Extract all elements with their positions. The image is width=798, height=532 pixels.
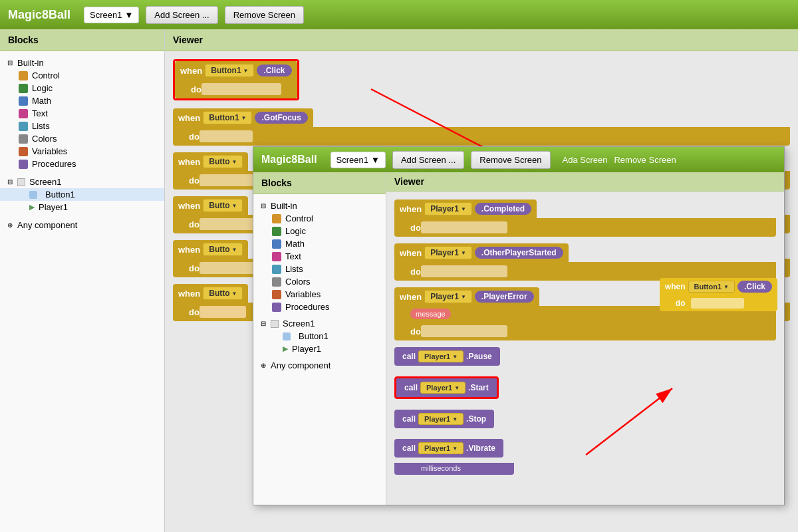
second-block-otherplayer[interactable]: when Player1▼ .OtherPlayerStarted do	[394, 243, 776, 281]
button1-dropdown-4[interactable]: Butto▼	[203, 199, 243, 212]
second-sidebar-variables[interactable]: Variables	[253, 288, 386, 301]
second-sidebar-procedures[interactable]: Procedures	[253, 301, 386, 313]
button1-dropdown-1[interactable]: Button1▼	[205, 64, 254, 77]
second-sidebar-colors[interactable]: Colors	[253, 275, 386, 288]
second-viewer-content: when Player1▼ .Completed do when Player1…	[386, 192, 784, 488]
block-when-6: when Butto▼	[173, 284, 248, 303]
do-inner-1	[201, 83, 281, 95]
button1-dropdown-6[interactable]: Butto▼	[203, 287, 243, 300]
second-variables-icon	[272, 290, 281, 299]
call-vibrate: call Player1▼ .Vibrate	[394, 439, 503, 458]
ada-screen-label: Ada Screen	[563, 155, 608, 165]
do-inner-completed	[421, 221, 507, 233]
player1-dropdown-pause[interactable]: Player1▼	[418, 350, 464, 362]
second-any-component-section[interactable]: ⊕ Any component	[253, 359, 386, 372]
procedures-icon	[19, 160, 28, 169]
sidebar-item-player1[interactable]: ▶ Player1	[0, 201, 164, 213]
sidebar-item-logic[interactable]: Logic	[0, 82, 164, 94]
second-remove-screen-button[interactable]: Remove Screen	[471, 151, 550, 169]
player1-dropdown-vibrate[interactable]: Player1▼	[418, 442, 464, 454]
vibrate-param: milliseconds	[394, 463, 514, 475]
variables-icon	[19, 147, 28, 156]
message-badge: message	[410, 309, 451, 319]
second-sidebar-logic[interactable]: Logic	[253, 225, 386, 237]
button1-dropdown-2[interactable]: Button1▼	[203, 111, 252, 124]
screen1-section[interactable]: ⊟ Screen1	[0, 176, 164, 188]
sidebar-item-text[interactable]: Text	[0, 107, 164, 120]
second-builtin-section[interactable]: ⊟ Built-in	[253, 200, 386, 212]
second-block-do-error: do	[394, 322, 776, 340]
player1-dropdown-1[interactable]: Player1▼	[424, 202, 472, 215]
second-math-icon	[272, 239, 281, 249]
sidebar-item-math[interactable]: Math	[0, 94, 164, 107]
sidebar-item-procedures[interactable]: Procedures	[0, 158, 164, 170]
second-builtin-toggle[interactable]: ⊟	[259, 201, 268, 211]
second-any-component-label: Any component	[271, 360, 331, 370]
second-screen1-toggle[interactable]: ⊟	[259, 319, 268, 329]
colors-icon	[19, 134, 28, 144]
floating-yellow-block[interactable]: when Button1▼ .Click do	[660, 278, 777, 311]
second-viewer: Viewer when Player1▼ .Completed do	[386, 172, 784, 505]
button1-icon	[29, 191, 37, 199]
second-sidebar-player1[interactable]: ▶ Player1	[253, 342, 386, 355]
otherplayer-event: .OtherPlayerStarted	[475, 247, 563, 259]
second-screen1-icon	[271, 320, 279, 328]
math-icon	[19, 96, 28, 106]
call-start: call Player1▼ .Start	[394, 376, 499, 399]
remove-screen-button[interactable]: Remove Screen	[225, 6, 304, 24]
second-button1-icon	[283, 332, 291, 340]
second-sidebar-header: Blocks	[253, 172, 386, 194]
second-add-screen-button[interactable]: Add Screen ...	[392, 151, 464, 169]
sidebar-item-variables[interactable]: Variables	[0, 145, 164, 158]
call-stop-block[interactable]: call Player1▼ .Stop	[394, 410, 776, 434]
second-player1-icon: ▶	[283, 344, 288, 353]
player1-dropdown-start[interactable]: Player1▼	[420, 382, 466, 394]
floating-button1-dropdown[interactable]: Button1▼	[688, 281, 735, 293]
builtin-section[interactable]: ⊟ Built-in	[0, 57, 164, 69]
second-sidebar-lists[interactable]: Lists	[253, 263, 386, 275]
any-component-toggle[interactable]: ⊕	[5, 221, 15, 230]
second-block-completed[interactable]: when Player1▼ .Completed do	[394, 200, 776, 237]
second-sidebar-button1[interactable]: Button1	[253, 330, 386, 342]
chevron-down-icon: ▼	[124, 10, 133, 20]
second-text-icon	[272, 252, 281, 261]
second-screen-dropdown[interactable]: Screen1 ▼	[331, 152, 386, 168]
floating-do-inner	[691, 298, 744, 309]
second-button1-label: Button1	[299, 331, 329, 341]
call-pause-block[interactable]: call Player1▼ .Pause	[394, 347, 776, 371]
player1-dropdown-2[interactable]: Player1▼	[424, 246, 472, 259]
button1-dropdown-3[interactable]: Butto▼	[203, 155, 243, 168]
call-start-block[interactable]: call Player1▼ .Start	[394, 376, 776, 404]
sidebar-item-button1[interactable]: Button1	[0, 188, 164, 201]
do-inner-error	[421, 325, 507, 337]
block-button1-click[interactable]: when Button1▼ .Click do	[173, 59, 299, 100]
second-sidebar-text[interactable]: Text	[253, 250, 386, 263]
second-screen1-section[interactable]: ⊟ Screen1	[253, 317, 386, 330]
sidebar-item-control[interactable]: Control	[0, 69, 164, 82]
sidebar-item-lists[interactable]: Lists	[0, 120, 164, 132]
second-any-component-toggle[interactable]: ⊕	[259, 361, 268, 370]
player1-dropdown-stop[interactable]: Player1▼	[418, 413, 464, 425]
add-screen-button[interactable]: Add Screen ...	[146, 6, 217, 24]
second-chevron-down-icon: ▼	[371, 155, 380, 165]
player1-dropdown-3[interactable]: Player1▼	[424, 290, 472, 303]
sidebar-item-colors[interactable]: Colors	[0, 132, 164, 145]
second-player1-label: Player1	[292, 344, 321, 354]
player1-label: Player1	[39, 202, 68, 212]
second-sidebar-math[interactable]: Math	[253, 237, 386, 250]
sidebar-content: ⊟ Built-in Control Logic Math Text Li	[0, 51, 164, 237]
floating-when-row: when Button1▼ .Click	[660, 278, 777, 295]
main-top-bar: Magic8Ball Screen1 ▼ Add Screen ... Remo…	[0, 0, 798, 29]
call-vibrate-block[interactable]: call Player1▼ .Vibrate milliseconds	[394, 439, 776, 475]
second-sidebar-control[interactable]: Control	[253, 212, 386, 225]
control-icon	[19, 71, 28, 80]
any-component-section[interactable]: ⊕ Any component	[0, 219, 164, 231]
screen-dropdown[interactable]: Screen1 ▼	[84, 7, 139, 23]
button1-label: Button1	[45, 190, 75, 200]
block-button1-gotfocus[interactable]: when Button1▼ .GotFocus do	[173, 108, 790, 146]
builtin-toggle[interactable]: ⊟	[5, 59, 15, 68]
screen1-toggle[interactable]: ⊟	[5, 178, 15, 187]
second-block-do-completed: do	[394, 218, 776, 237]
button1-dropdown-5[interactable]: Butto▼	[203, 243, 243, 256]
second-procedures-icon	[272, 303, 281, 312]
